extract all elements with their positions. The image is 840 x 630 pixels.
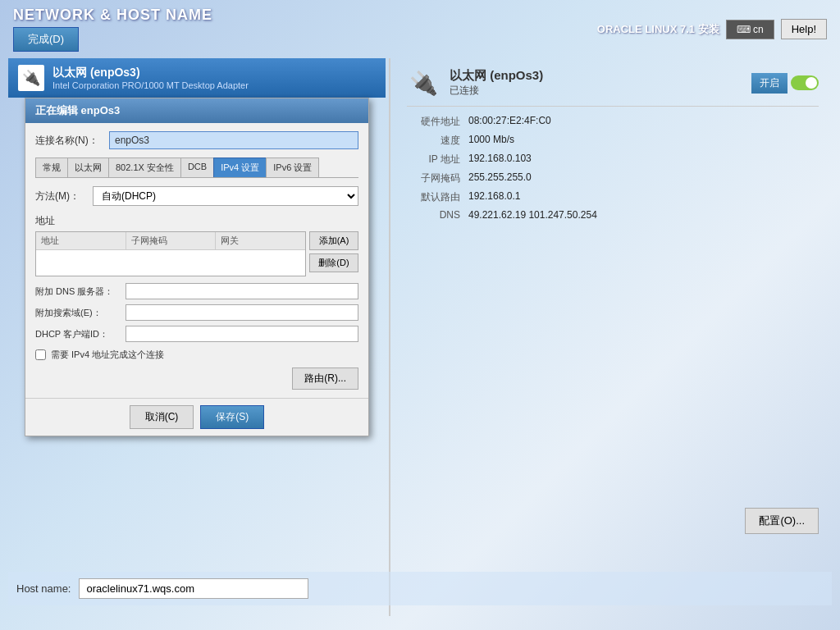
dns-info-label: DNS (407, 209, 468, 221)
gateway-row: 默认路由 192.168.0.1 (407, 190, 819, 204)
dhcp-input[interactable] (126, 326, 358, 342)
device-desc: Intel Corporation PRO/1000 MT Desktop Ad… (52, 80, 249, 90)
address-table-header: 地址 子网掩码 网关 (36, 232, 305, 250)
dialog-title: 正在编辑 enpOs3 (25, 98, 368, 123)
subnet-label: 子网掩码 (407, 171, 468, 185)
toggle-button[interactable]: 开启 (751, 73, 788, 94)
tab-ipv4[interactable]: IPv4 设置 (213, 158, 267, 177)
dns-row: 附加 DNS 服务器： (35, 283, 358, 299)
delete-address-button[interactable]: 删除(D) (309, 253, 358, 272)
search-row: 附加搜索域(E)： (35, 304, 358, 321)
right-device-icon: 🔌 (407, 66, 440, 99)
address-table: 地址 子网掩码 网关 (35, 231, 306, 276)
edit-dialog: 正在编辑 enpOs3 连接名称(N)： 常规 以太网 (25, 98, 369, 436)
address-buttons: 添加(A) 删除(D) (309, 231, 358, 276)
hostname-input[interactable] (79, 578, 308, 599)
tab-dcb[interactable]: DCB (180, 158, 214, 177)
dns-info-value: 49.221.62.19 101.247.50.254 (468, 209, 597, 221)
method-row: 方法(M)： 自动(DHCP) (35, 186, 358, 206)
addr-col-subnet: 子网掩码 (126, 232, 217, 249)
page-title: NETWORK & HOST NAME (13, 7, 212, 24)
dns-label: 附加 DNS 服务器： (35, 285, 126, 298)
gateway-value: 192.168.0.1 (468, 190, 520, 204)
add-address-button[interactable]: 添加(A) (309, 231, 358, 250)
header: NETWORK & HOST NAME 完成(D) ORACLE LINUX 7… (0, 0, 840, 58)
gateway-label: 默认路由 (407, 190, 468, 204)
address-label: 地址 (35, 214, 358, 228)
checkbox-label[interactable]: 需要 IPv4 地址完成这个连接 (51, 349, 164, 361)
search-input[interactable] (126, 304, 358, 321)
device-name: 以太网 (enpOs3) (52, 66, 249, 80)
device-list-item[interactable]: 🔌 以太网 (enpOs3) Intel Corporation PRO/100… (8, 58, 386, 98)
speed-label: 速度 (407, 134, 468, 148)
speed-value: 1000 Mb/s (468, 134, 514, 148)
dns-info-row: DNS 49.221.62.19 101.247.50.254 (407, 209, 819, 221)
right-device-header: 🔌 以太网 (enpOs3) 已连接 开启 (407, 58, 819, 106)
subnet-row: 子网掩码 255.255.255.0 (407, 171, 819, 185)
dns-input[interactable] (126, 283, 358, 299)
tabs-bar: 常规 以太网 802.1X 安全性 DCB IPv4 设置 (35, 158, 358, 178)
connection-name-input[interactable] (109, 131, 358, 149)
config-button[interactable]: 配置(O)... (745, 508, 819, 534)
toggle-switch[interactable] (791, 75, 819, 90)
right-panel: 🔌 以太网 (enpOs3) 已连接 开启 硬件地址 08:00:27:E2:4… (394, 58, 832, 616)
device-icon: 🔌 (18, 65, 44, 91)
right-device-info: 以太网 (enpOs3) 已连接 (450, 68, 543, 98)
addr-col-gateway: 网关 (216, 232, 305, 249)
method-label: 方法(M)： (35, 189, 93, 203)
device-info: 以太网 (enpOs3) Intel Corporation PRO/1000 … (52, 66, 249, 90)
checkbox-row: 需要 IPv4 地址完成这个连接 (35, 349, 358, 361)
dhcp-label: DHCP 客户端ID： (35, 328, 126, 340)
info-table: 硬件地址 08:00:27:E2:4F:C0 速度 1000 Mb/s IP 地… (407, 115, 819, 221)
keyboard-button[interactable]: ⌨ cn (726, 20, 774, 39)
tab-general[interactable]: 常规 (35, 158, 68, 177)
toggle-container: 开启 (751, 73, 819, 94)
right-device-name: 以太网 (enpOs3) (450, 68, 543, 84)
connection-name-row: 连接名称(N)： (35, 131, 358, 149)
header-right: ORACLE LINUX 7.1 安装 ⌨ cn Help! (597, 19, 827, 39)
left-panel: 🔌 以太网 (enpOs3) Intel Corporation PRO/100… (8, 58, 386, 616)
save-button[interactable]: 保存(S) (200, 405, 264, 429)
addr-col-addr: 地址 (36, 232, 126, 249)
hostname-label: Host name: (16, 582, 71, 595)
hw-addr-label: 硬件地址 (407, 115, 468, 129)
ip-row: IP 地址 192.168.0.103 (407, 153, 819, 167)
dhcp-row: DHCP 客户端ID： (35, 326, 358, 342)
oracle-label: ORACLE LINUX 7.1 安装 (597, 22, 719, 37)
dialog-buttons: 取消(C) 保存(S) (25, 398, 368, 436)
ip-label: IP 地址 (407, 153, 468, 167)
ipv4-required-checkbox[interactable] (35, 349, 46, 360)
route-row: 路由(R)... (35, 368, 358, 390)
search-label: 附加搜索域(E)： (35, 307, 126, 319)
hostname-bar: Host name: (8, 572, 832, 605)
done-button[interactable]: 完成(D) (13, 27, 79, 52)
speed-row: 速度 1000 Mb/s (407, 134, 819, 148)
tab-ethernet[interactable]: 以太网 (67, 158, 109, 177)
tab-ipv6[interactable]: IPv6 设置 (266, 158, 319, 177)
hw-addr-row: 硬件地址 08:00:27:E2:4F:C0 (407, 115, 819, 129)
cancel-button[interactable]: 取消(C) (130, 405, 194, 429)
right-device-status: 已连接 (450, 84, 543, 98)
method-select[interactable]: 自动(DHCP) (93, 186, 358, 206)
subnet-value: 255.255.255.0 (468, 171, 532, 185)
vertical-separator (389, 58, 390, 616)
address-section: 地址 地址 子网掩码 网关 添加(A) 删除 (35, 214, 358, 276)
ipv4-content: 方法(M)： 自动(DHCP) 地址 地址 子网掩码 (35, 186, 358, 390)
tab-8021x[interactable]: 802.1X 安全性 (108, 158, 181, 177)
info-divider (407, 106, 819, 107)
connection-name-label: 连接名称(N)： (35, 134, 109, 148)
ip-value: 192.168.0.103 (468, 153, 532, 167)
hw-addr-value: 08:00:27:E2:4F:C0 (468, 115, 551, 129)
route-button[interactable]: 路由(R)... (292, 368, 358, 390)
help-button[interactable]: Help! (781, 19, 827, 39)
